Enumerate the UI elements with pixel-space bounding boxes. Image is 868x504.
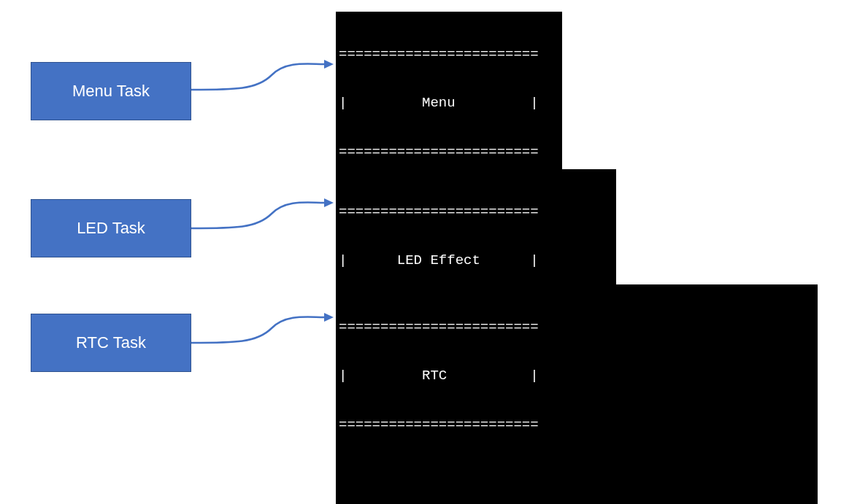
led-task-label: LED Task: [77, 219, 145, 238]
rule: ========================: [339, 319, 815, 335]
menu-task-box: Menu Task: [31, 62, 191, 120]
svg-marker-0: [324, 60, 334, 69]
rule: ========================: [339, 416, 815, 433]
rtc-header: | RTC |: [339, 368, 815, 384]
led-header: | LED Effect |: [339, 252, 613, 268]
svg-marker-2: [324, 313, 334, 322]
led-task-box: LED Task: [31, 199, 191, 257]
svg-marker-1: [324, 198, 334, 207]
arrow-menu: [191, 57, 334, 101]
arrow-rtc: [191, 310, 334, 354]
blank-line: [339, 465, 815, 481]
menu-header: | Menu |: [339, 95, 559, 111]
rule: ========================: [339, 203, 613, 220]
arrow-led: [191, 195, 334, 239]
rtc-terminal[interactable]: ======================== | RTC | =======…: [336, 284, 818, 504]
rule: ========================: [339, 46, 559, 62]
rtc-task-label: RTC Task: [76, 333, 146, 352]
rtc-task-box: RTC Task: [31, 314, 191, 372]
rule: ========================: [339, 144, 559, 160]
menu-task-label: Menu Task: [72, 82, 150, 101]
